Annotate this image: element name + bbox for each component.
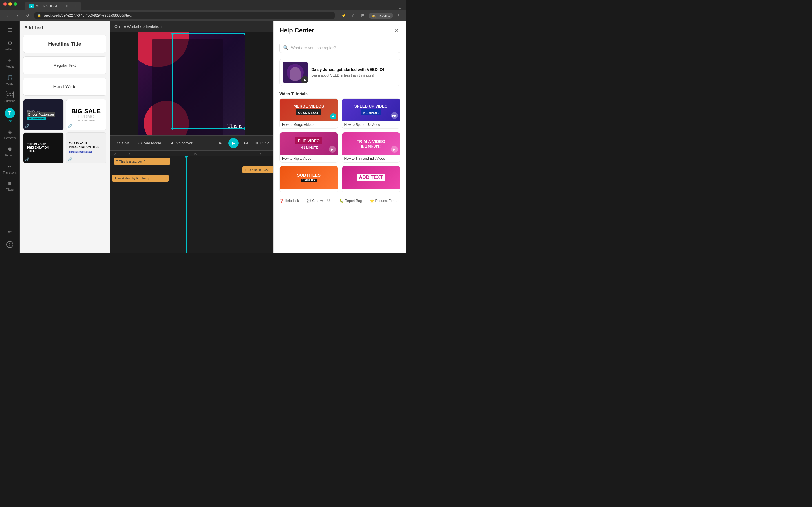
helpdesk-icon: ❓: [280, 199, 284, 203]
feature-link[interactable]: ⭐ Request Feature: [370, 199, 400, 203]
tutorial-trim[interactable]: TRIM A VIDEO IN 1 MINUTE! ▶ How to Trim …: [342, 132, 401, 163]
pres1-title: THIS IS YOURPRESENTATIONTITLE: [26, 142, 61, 154]
chat-icon: 💬: [307, 199, 311, 203]
fast-forward-button[interactable]: ⏭: [242, 140, 250, 146]
tutorial-merge[interactable]: MERGE VIDEOS QUICK & EASY! + How to Merg…: [280, 98, 338, 129]
window-minimize[interactable]: [8, 2, 12, 6]
merge-label-1: MERGE VIDEOS: [294, 104, 324, 108]
split-button[interactable]: ✂ Split: [114, 139, 132, 147]
clip-text-3[interactable]: T Join us in 2022: [243, 166, 273, 173]
sidebar-item-text[interactable]: T Text: [0, 106, 19, 125]
sidebar-item-record[interactable]: ⏺ Record: [0, 143, 19, 159]
intro-text: Daisy Jonas, get started with VEED.IO! L…: [311, 67, 397, 77]
elements-icon: ◈: [6, 128, 13, 135]
handle-br[interactable]: [244, 127, 245, 129]
regular-template[interactable]: Regular Text: [23, 56, 106, 74]
pres1-template-card[interactable]: THIS IS YOURPRESENTATIONTITLE 🔗: [23, 132, 64, 163]
voiceover-button[interactable]: 🎙 Voiceover: [168, 139, 195, 147]
video-text-overlay: This is: [227, 122, 243, 129]
editor-area: Online Workshop Invitation This: [110, 21, 273, 253]
video-selection-box[interactable]: [172, 33, 245, 129]
tutorial-speed[interactable]: SPEED UP VIDEO IN 1 MINUTE ▶▶ How to Spe…: [342, 98, 401, 129]
tutorial-thumb-flip: FLIP VIDEO IN 1 MINUTE ▶: [280, 132, 338, 155]
tab-menu-button[interactable]: ⌄: [398, 6, 402, 10]
video-background: This is: [138, 33, 245, 135]
intro-play-button[interactable]: ▶: [301, 76, 308, 83]
window-close[interactable]: [3, 2, 7, 6]
bookmark-icon[interactable]: ☆: [349, 11, 357, 19]
sidebar-label-subtitles: Subtitles: [4, 100, 15, 103]
forward-button[interactable]: ›: [13, 11, 21, 19]
browser-tab-active[interactable]: V VEED CREATE | Edit ✕: [25, 2, 81, 10]
sale-promo-text: PROMO: [78, 114, 94, 119]
sale-template-card[interactable]: BIG SALE PROMO LIMITED TIME ONLY 🔗: [66, 99, 107, 130]
chat-link[interactable]: 💬 Chat with Us: [307, 199, 331, 203]
sidebar-label-filters: Filters: [6, 188, 13, 191]
tutorial-subtitles[interactable]: SUBTITLES 1 MINUTE: [280, 166, 338, 192]
flip-label-2: IN 1 MINUTE: [300, 145, 318, 150]
tutorial-title-sub: [280, 189, 338, 192]
clip-text-label-3: Join us in 2022: [248, 168, 269, 172]
tutorial-addtext[interactable]: ADD TEXT: [342, 166, 401, 192]
handle-bl[interactable]: [171, 127, 174, 129]
project-title: Online Workshop Invitation: [110, 21, 273, 33]
clip-text-1[interactable]: T This is a text box :): [114, 158, 170, 165]
add-media-button[interactable]: ⊕ Add Media: [136, 139, 163, 147]
sidebar-item-elements[interactable]: ◈ Elements: [0, 126, 19, 142]
timeline-row-2: T Join us in 2022: [110, 166, 273, 174]
sidebar-item-help[interactable]: ?: [0, 239, 19, 250]
pres2-subtitle: QUARTERLY REPORT: [69, 151, 92, 153]
clip-text-4[interactable]: T Workshop by K. Therry: [112, 175, 168, 182]
extension-icon-1[interactable]: ⚡: [340, 11, 348, 19]
headline-template[interactable]: Headline Title: [23, 35, 106, 53]
handle-tr[interactable]: [244, 33, 245, 35]
intro-subtitle: Learn about VEED in less than 3 minutes!: [311, 73, 397, 77]
sidebar-item-settings[interactable]: ⚙ Settings: [0, 37, 19, 53]
headline-label: Headline Title: [48, 41, 81, 47]
handle-tl[interactable]: [171, 33, 174, 35]
sidebar-item-subtitles[interactable]: CC Subtitles: [0, 89, 19, 105]
help-intro-card[interactable]: ▶ Daisy Jonas, get started with VEED.IO!…: [280, 59, 400, 86]
sidebar-item-media[interactable]: + Media: [0, 54, 19, 70]
rewind-button[interactable]: ⏮: [217, 140, 225, 146]
play-button[interactable]: ▶: [229, 138, 239, 148]
help-search-bar[interactable]: 🔍: [280, 43, 400, 53]
sidebar-item-filters[interactable]: ▦ Filters: [0, 177, 19, 193]
bug-link[interactable]: 🐛 Report Bug: [340, 199, 362, 203]
sidebar-item-draw[interactable]: ✏: [0, 226, 19, 238]
help-search-input[interactable]: [291, 46, 397, 50]
window-maximize[interactable]: [13, 2, 17, 6]
tab-close-button[interactable]: ✕: [72, 4, 77, 8]
link-icon-2: 🔗: [68, 124, 72, 128]
account-icon[interactable]: ⊞: [359, 11, 367, 19]
ssl-lock-icon: 🔒: [37, 14, 41, 17]
split-label: Split: [122, 141, 129, 145]
new-tab-button[interactable]: +: [81, 2, 89, 10]
tutorials-section-title: Video Tutorials: [274, 91, 406, 98]
address-bar[interactable]: 🔒 veed.io/edit/0e4e2277-6f45-45c3-9294-7…: [34, 12, 335, 19]
helpdesk-link[interactable]: ❓ Helpdesk: [280, 199, 299, 203]
add-media-label: Add Media: [144, 141, 161, 145]
help-close-button[interactable]: ✕: [393, 26, 400, 34]
timeline-playhead[interactable]: [186, 156, 187, 254]
back-button[interactable]: ‹: [3, 11, 11, 19]
sidebar-label-media: Media: [6, 65, 13, 68]
reload-button[interactable]: ↺: [24, 11, 32, 19]
speaker-template-card[interactable]: Speaker 01 Oliver Patterson Fashion Desi…: [23, 99, 64, 130]
feature-icon: ⭐: [370, 199, 374, 203]
browser-menu-button[interactable]: ⋮: [395, 11, 403, 19]
tutorial-thumb-addtext: ADD TEXT: [342, 166, 400, 189]
sidebar-item-transitions[interactable]: ⏭ Transitions: [0, 160, 19, 176]
sidebar-menu-toggle[interactable]: ☰: [0, 24, 19, 36]
hamburger-icon: ☰: [6, 26, 13, 34]
incognito-button[interactable]: 🕵 Incognito: [368, 13, 393, 18]
sidebar-item-audio[interactable]: 🎵 Audio: [0, 71, 19, 88]
sub-label-1: SUBTITLES 1 MINUTE: [297, 173, 320, 182]
tutorial-flip[interactable]: FLIP VIDEO IN 1 MINUTE ▶ How to Flip a V…: [280, 132, 338, 163]
pres2-template-card[interactable]: THIS IS YOURPRESENTATION TITLE QUARTERLY…: [66, 132, 107, 163]
bug-label: Report Bug: [345, 199, 362, 203]
handwrite-template[interactable]: Hand Write: [23, 78, 106, 96]
sidebar-label-elements: Elements: [4, 136, 16, 140]
addtext-label-1: ADD TEXT: [357, 174, 385, 181]
help-footer: ❓ Helpdesk 💬 Chat with Us 🐛 Report Bug ⭐…: [274, 196, 406, 206]
